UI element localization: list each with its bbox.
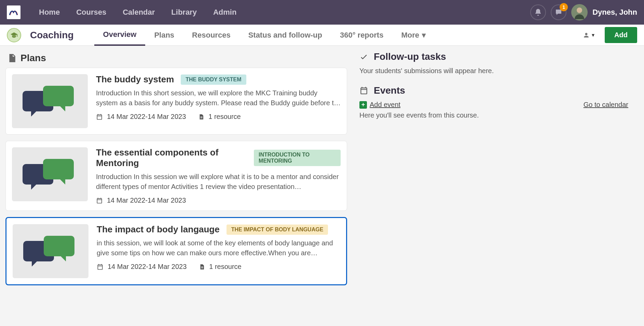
plan-date-text: 14 Mar 2022-14 Mar 2023 xyxy=(107,113,186,121)
plan-date-text: 14 Mar 2022-14 Mar 2023 xyxy=(107,196,186,204)
graduation-cap-icon xyxy=(10,31,18,39)
plan-tag: THE BUDDY SYSTEM xyxy=(181,74,246,85)
avatar[interactable] xyxy=(571,4,588,21)
chevron-down-icon: ▾ xyxy=(422,31,426,40)
nav-admin[interactable]: Admin xyxy=(205,8,245,17)
nav-library[interactable]: Library xyxy=(163,8,205,17)
plan-thumbnail xyxy=(12,74,88,128)
user-role-dropdown[interactable]: ▾ xyxy=(583,32,594,39)
plan-resources: 1 resource xyxy=(198,113,241,121)
plan-date-text: 14 Mar 2022-14 Mar 2023 xyxy=(108,263,187,271)
tab-overview[interactable]: Overview xyxy=(94,25,146,46)
speech-bubbles-icon xyxy=(20,231,81,272)
course-subnav: Coaching Overview Plans Resources Status… xyxy=(0,25,644,46)
svg-rect-1 xyxy=(201,117,203,117)
bell-icon xyxy=(534,8,542,16)
plan-card[interactable]: The essential components of Mentoring IN… xyxy=(5,141,347,211)
calendar-icon xyxy=(97,263,104,270)
person-icon xyxy=(583,32,590,39)
svg-rect-4 xyxy=(201,268,203,268)
notifications-button[interactable] xyxy=(530,4,546,20)
plan-tag: INTRODUCTION TO MENTORING xyxy=(254,150,341,166)
events-heading: Events xyxy=(374,85,405,96)
nav-home[interactable]: Home xyxy=(31,8,68,17)
plan-description: Introduction In this session we will exp… xyxy=(96,172,341,192)
plan-resources-text: 1 resource xyxy=(209,263,242,271)
plan-date: 14 Mar 2022-14 Mar 2023 xyxy=(96,196,186,204)
svg-point-0 xyxy=(577,8,582,13)
add-button[interactable]: Add xyxy=(605,27,637,43)
plan-date: 14 Mar 2022-14 Mar 2023 xyxy=(96,113,186,121)
messages-badge: 1 xyxy=(560,3,568,11)
plans-heading: Plans xyxy=(8,53,347,64)
tab-more-label: More xyxy=(401,31,419,40)
plan-description: Introduction In this short session, we w… xyxy=(96,88,341,108)
tab-resources[interactable]: Resources xyxy=(183,25,239,46)
calendar-icon xyxy=(359,86,368,95)
plan-thumbnail xyxy=(13,224,88,278)
plan-card[interactable]: The impact of body langauge THE IMPACT O… xyxy=(5,217,347,285)
plan-tag: THE IMPACT OF BODY LANGUAGE xyxy=(227,225,328,235)
plan-title: The impact of body langauge xyxy=(97,224,220,235)
plan-resources: 1 resource xyxy=(199,263,242,271)
followup-section: Follow-up tasks Your students' submissio… xyxy=(359,51,628,75)
calendar-icon xyxy=(96,197,103,204)
plan-description: in this session, we will look at some of… xyxy=(97,238,340,258)
plus-icon: + xyxy=(359,101,367,109)
plans-heading-text: Plans xyxy=(20,53,46,64)
plan-thumbnail xyxy=(12,147,88,201)
plan-card[interactable]: The buddy system THE BUDDY SYSTEM Introd… xyxy=(5,68,347,135)
messages-button[interactable]: 1 xyxy=(551,4,566,20)
plans-icon xyxy=(8,54,16,63)
tab-status-followup[interactable]: Status and follow-up xyxy=(239,25,331,46)
speech-bubbles-icon xyxy=(19,154,81,195)
speech-bubbles-icon xyxy=(19,81,81,122)
tab-360-reports[interactable]: 360° reports xyxy=(331,25,392,46)
svg-rect-2 xyxy=(201,118,203,118)
plan-resources-text: 1 resource xyxy=(208,113,241,121)
avatar-icon xyxy=(573,5,586,19)
chevron-down-icon: ▾ xyxy=(592,32,594,38)
followup-heading: Follow-up tasks xyxy=(374,51,446,62)
tab-more[interactable]: More ▾ xyxy=(392,25,435,46)
course-title: Coaching xyxy=(30,30,74,41)
followup-text: Your students' submissions will appear h… xyxy=(359,67,628,75)
add-event-link[interactable]: + Add event xyxy=(359,101,400,109)
goto-calendar-link[interactable]: Go to calendar xyxy=(584,101,628,109)
file-icon xyxy=(199,263,205,270)
username[interactable]: Dynes, John xyxy=(592,8,637,17)
brand-logo-icon xyxy=(9,8,19,16)
nav-calendar[interactable]: Calendar xyxy=(114,8,163,17)
logo[interactable] xyxy=(7,5,20,19)
plan-date: 14 Mar 2022-14 Mar 2023 xyxy=(97,263,187,271)
tab-plans[interactable]: Plans xyxy=(145,25,183,46)
events-section: Events + Add event Go to calendar Here y… xyxy=(359,85,628,119)
nav-courses[interactable]: Courses xyxy=(68,8,114,17)
events-empty-text: Here you'll see events from this course. xyxy=(359,111,628,119)
check-icon xyxy=(359,52,368,61)
plan-title: The essential components of Mentoring xyxy=(96,147,247,168)
top-navbar: Home Courses Calendar Library Admin 1 Dy… xyxy=(0,0,644,25)
course-icon xyxy=(7,28,21,42)
calendar-icon xyxy=(96,113,103,120)
file-icon xyxy=(198,113,204,120)
plan-title: The buddy system xyxy=(96,74,174,85)
add-event-label: Add event xyxy=(370,101,400,109)
svg-rect-3 xyxy=(201,267,203,267)
